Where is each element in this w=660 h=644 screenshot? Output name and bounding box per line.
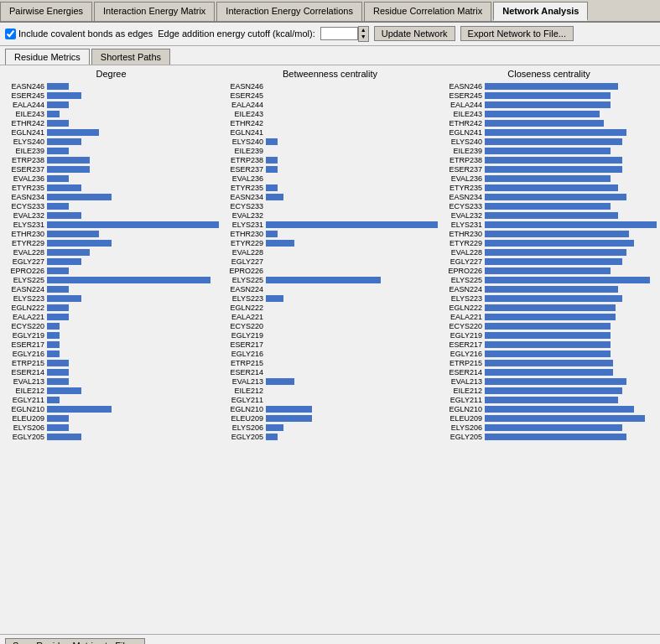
- bar-container: [485, 138, 657, 145]
- bar-container: [266, 332, 438, 339]
- row-label: ELYS223: [222, 294, 266, 303]
- tab-interaction-energy-matrix[interactable]: Interaction Energy Matrix: [94, 2, 215, 21]
- row-label: EGLY205: [222, 433, 266, 441]
- chart-row: EGLN222: [222, 304, 438, 312]
- bar: [485, 415, 645, 422]
- tab-network-analysis[interactable]: Network Analysis: [493, 2, 588, 21]
- chart-row: EASN224: [222, 285, 438, 293]
- bar: [485, 148, 611, 154]
- chart-row: ELYS225: [3, 276, 219, 284]
- row-label: EGLY227: [441, 257, 485, 266]
- row-label: ELEU209: [3, 414, 47, 423]
- bar-container: [485, 92, 657, 99]
- chart-row: EALA221: [441, 313, 657, 321]
- row-label: ELYS240: [3, 138, 47, 146]
- row-label: EGLY219: [3, 331, 47, 340]
- bar-container: [47, 231, 219, 237]
- row-label: EVAL232: [3, 211, 47, 220]
- row-label: ESER214: [441, 368, 485, 377]
- energy-cutoff-input[interactable]: 1.00: [320, 27, 358, 40]
- bar: [47, 249, 90, 256]
- bar-container: [266, 212, 438, 219]
- bar-container: [485, 378, 657, 385]
- bar: [266, 277, 381, 283]
- sub-tab-residue-metrics[interactable]: Residue Metrics: [5, 49, 90, 65]
- bar: [47, 92, 81, 99]
- spinner-up[interactable]: ▲: [359, 27, 368, 34]
- bar-container: [266, 231, 438, 237]
- tab-residue-correlation-matrix[interactable]: Residue Correlation Matrix: [364, 2, 491, 21]
- covalent-bonds-checkbox[interactable]: [5, 29, 16, 39]
- row-label: ETYR229: [3, 239, 47, 247]
- bar-container: [266, 360, 438, 366]
- bar-container: [266, 304, 438, 311]
- chart-row: ECYS233: [3, 202, 219, 210]
- chart-row: ELYS206: [3, 423, 219, 432]
- row-label: ELYS223: [441, 294, 485, 303]
- bar: [485, 332, 611, 339]
- spinner-down[interactable]: ▼: [359, 34, 368, 40]
- bar-container: [485, 120, 657, 127]
- bar: [47, 240, 112, 247]
- chart-row: EILE243: [222, 110, 438, 118]
- chart-row: EGLN222: [3, 304, 219, 312]
- sub-tab-shortest-paths[interactable]: Shortest Paths: [91, 49, 170, 65]
- bar-container: [47, 378, 219, 385]
- bar: [485, 92, 611, 99]
- chart-row: EILE212: [3, 387, 219, 395]
- row-label: ELYS231: [222, 221, 266, 229]
- closeness-chart-panel: Closeness centrality EASN246ESER245EALA2…: [441, 69, 657, 631]
- bar: [485, 249, 626, 256]
- spinner-buttons: ▲ ▼: [358, 26, 369, 42]
- export-network-button[interactable]: Export Network to File...: [460, 26, 574, 41]
- chart-row: EILE212: [441, 387, 657, 395]
- chart-row: ETHR242: [3, 119, 219, 127]
- row-label: EVAL228: [222, 248, 266, 257]
- row-label: EASN246: [3, 82, 47, 91]
- betweenness-chart-rows: EASN246ESER245EALA244EILE243ETHR242EGLN2…: [222, 82, 438, 441]
- bar: [485, 83, 618, 90]
- bar-container: [485, 304, 657, 311]
- bar-container: [47, 249, 219, 256]
- bar-container: [485, 295, 657, 302]
- row-label: EVAL213: [3, 377, 47, 386]
- row-label: ELEU209: [222, 414, 266, 423]
- bar-container: [47, 332, 219, 339]
- save-metrics-button[interactable]: Save Residue Metrics to File...: [5, 638, 145, 644]
- bar: [47, 120, 69, 127]
- bar: [47, 184, 81, 191]
- update-network-button[interactable]: Update Network: [374, 26, 455, 41]
- tab-pairwise-energies[interactable]: Pairwise Energies: [0, 2, 92, 21]
- chart-row: ETRP238: [222, 156, 438, 164]
- row-label: ESER217: [222, 340, 266, 349]
- chart-row: EGLY216: [3, 350, 219, 358]
- bar: [485, 129, 626, 136]
- chart-row: ELYS206: [222, 423, 438, 432]
- chart-row: ECYS233: [222, 202, 438, 210]
- bar-container: [266, 277, 438, 283]
- betweenness-chart-panel: Betweenness centrality EASN246ESER245EAL…: [222, 69, 438, 631]
- chart-row: EVAL228: [3, 248, 219, 257]
- row-label: ESER237: [441, 165, 485, 174]
- row-label: EGLN210: [441, 405, 485, 413]
- row-label: EASN246: [441, 82, 485, 91]
- row-label: ESER214: [222, 368, 266, 377]
- row-label: ELYS223: [3, 294, 47, 303]
- charts-area[interactable]: Degree EASN246ESER245EALA244EILE243ETHR2…: [0, 65, 660, 634]
- chart-row: ELYS223: [3, 294, 219, 303]
- row-label: ETYR229: [222, 239, 266, 247]
- bar-container: [485, 267, 657, 274]
- bar-container: [47, 295, 219, 302]
- tab-interaction-energy-correlations[interactable]: Interaction Energy Correlations: [216, 2, 362, 21]
- chart-row: EGLY219: [441, 331, 657, 340]
- row-label: EGLY219: [222, 331, 266, 340]
- bar-container: [266, 184, 438, 191]
- row-label: EVAL213: [222, 377, 266, 386]
- row-label: EPRO226: [222, 267, 266, 275]
- bar: [47, 111, 60, 117]
- row-label: ETYR229: [441, 239, 485, 247]
- bar: [47, 267, 69, 274]
- bar: [47, 231, 99, 237]
- chart-row: EGLY211: [222, 396, 438, 404]
- bar-container: [266, 83, 438, 90]
